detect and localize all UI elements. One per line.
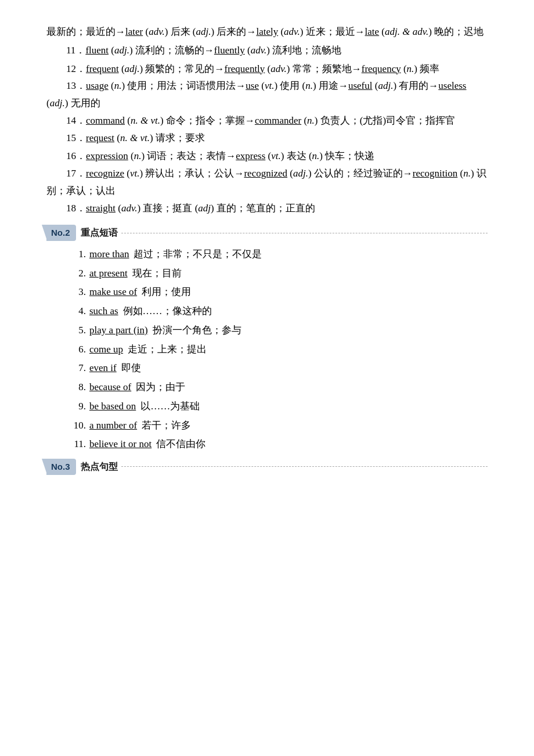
vocab-item-17-line1: 17．recognize (vt.) 辨认出；承认；公认→recognized … xyxy=(46,165,488,200)
phrase-item-3: 3. make use of 利用；使用 xyxy=(70,283,488,301)
vocab-intro-line1: 最新的；最近的→later (adv.) 后来 (adj.) 后来的→latel… xyxy=(46,23,488,41)
section2-header: No.2 重点短语 xyxy=(46,225,488,241)
section2-divider xyxy=(121,233,488,233)
phrase-item-7: 7. even if 即使 xyxy=(70,359,488,377)
phrase-num-7: 7. xyxy=(70,359,86,377)
phrase-num-2: 2. xyxy=(70,265,86,282)
section2-tag: No.2 xyxy=(46,225,76,241)
phrase-meaning-3: 利用；使用 xyxy=(142,283,191,301)
phrase-term-7: even if xyxy=(89,359,117,377)
phrase-item-8: 8. because of 因为；由于 xyxy=(70,379,488,396)
section3-tag: No.3 xyxy=(46,459,76,475)
phrase-term-8: because of xyxy=(89,379,131,396)
vocab-item-11: 11．fluent (adj.) 流利的；流畅的→fluently (adv.)… xyxy=(46,42,488,59)
phrase-list: 1. more than 超过；非常；不只是；不仅是 2. at present… xyxy=(70,246,488,453)
vocab-item-14-line1: 14．command (n. & vt.) 命令；指令；掌握→commander… xyxy=(46,112,488,129)
phrase-num-9: 9. xyxy=(70,398,86,415)
phrase-meaning-8: 因为；由于 xyxy=(136,379,185,396)
phrase-num-5: 5. xyxy=(70,322,86,339)
section3-divider xyxy=(121,466,488,467)
phrase-meaning-9: 以……为基础 xyxy=(140,398,200,415)
phrase-item-4: 4. such as 例如……；像这种的 xyxy=(70,303,488,320)
phrase-meaning-4: 例如……；像这种的 xyxy=(123,303,212,320)
section3-title: 热点句型 xyxy=(81,459,118,474)
main-content: 最新的；最近的→later (adv.) 后来 (adj.) 后来的→latel… xyxy=(46,23,488,475)
vocab-item-12-line1: 12．frequent (adj.) 频繁的；常见的→frequently (a… xyxy=(46,60,488,78)
phrase-item-10: 10. a number of 若干；许多 xyxy=(70,417,488,434)
phrase-item-2: 2. at present 现在；目前 xyxy=(70,265,488,282)
phrase-meaning-5: 扮演一个角色；参与 xyxy=(153,322,241,339)
section3-header: No.3 热点句型 xyxy=(46,459,488,475)
phrase-term-1: more than xyxy=(89,246,129,263)
vocab-item-13-line1: 13．usage (n.) 使用；用法；词语惯用法→use (vt.) 使用 (… xyxy=(46,77,488,112)
phrase-num-11: 11. xyxy=(70,435,86,453)
phrase-num-3: 3. xyxy=(70,283,86,301)
vocab-item-18: 18．straight (adv.) 直接；挺直 (adj) 直的；笔直的；正直… xyxy=(46,200,488,217)
phrase-item-5: 5. play a part (in) 扮演一个角色；参与 xyxy=(70,322,488,339)
vocab-item-15: 15．request (n. & vt.) 请求；要求 xyxy=(46,129,488,147)
phrase-term-2: at present xyxy=(89,265,128,282)
phrase-meaning-1: 超过；非常；不只是；不仅是 xyxy=(134,246,262,263)
phrase-num-6: 6. xyxy=(70,341,86,358)
phrase-term-9: be based on xyxy=(89,398,136,415)
phrase-item-9: 9. be based on 以……为基础 xyxy=(70,398,488,415)
vocab-item-16-line1: 16．expression (n.) 词语；表达；表情→express (vt.… xyxy=(46,147,488,165)
phrase-num-8: 8. xyxy=(70,379,86,396)
phrase-num-1: 1. xyxy=(70,246,86,263)
phrase-meaning-10: 若干；许多 xyxy=(142,417,191,434)
phrase-num-4: 4. xyxy=(70,303,86,320)
phrase-term-3: make use of xyxy=(89,283,137,301)
phrase-num-10: 10. xyxy=(70,417,86,434)
section2-title: 重点短语 xyxy=(81,225,118,240)
phrase-term-6: come up xyxy=(89,341,123,358)
phrase-term-10: a number of xyxy=(89,417,137,434)
phrase-item-1: 1. more than 超过；非常；不只是；不仅是 xyxy=(70,246,488,263)
phrase-term-5: play a part (in) xyxy=(89,322,148,339)
phrase-meaning-11: 信不信由你 xyxy=(156,435,205,453)
phrase-item-11: 11. believe it or not 信不信由你 xyxy=(70,435,488,453)
phrase-meaning-2: 现在；目前 xyxy=(132,265,182,282)
phrase-term-4: such as xyxy=(89,303,118,320)
phrase-item-6: 6. come up 走近；上来；提出 xyxy=(70,341,488,358)
phrase-meaning-7: 即使 xyxy=(121,359,141,377)
phrase-term-11: believe it or not xyxy=(89,435,151,453)
phrase-meaning-6: 走近；上来；提出 xyxy=(128,341,207,358)
